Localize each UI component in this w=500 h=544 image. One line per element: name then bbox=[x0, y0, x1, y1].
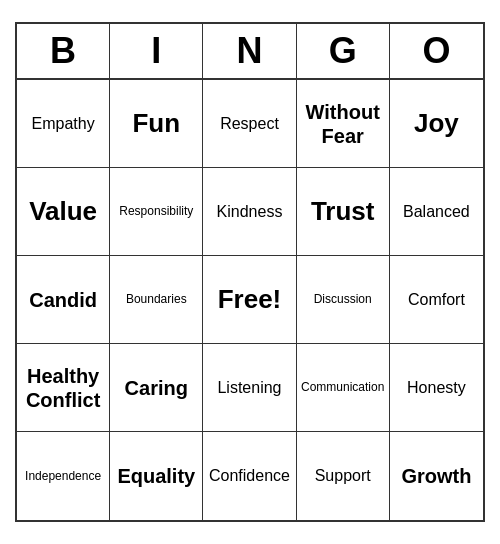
header-letter: G bbox=[297, 24, 390, 78]
bingo-cell[interactable]: Responsibility bbox=[110, 168, 203, 256]
bingo-cell[interactable]: Communication bbox=[297, 344, 390, 432]
bingo-cell[interactable]: Independence bbox=[17, 432, 110, 520]
bingo-cell[interactable]: Healthy Conflict bbox=[17, 344, 110, 432]
bingo-cell[interactable]: Boundaries bbox=[110, 256, 203, 344]
bingo-cell[interactable]: Fun bbox=[110, 80, 203, 168]
bingo-cell[interactable]: Kindness bbox=[203, 168, 296, 256]
bingo-header: BINGO bbox=[17, 24, 483, 80]
header-letter: B bbox=[17, 24, 110, 78]
bingo-cell[interactable]: Caring bbox=[110, 344, 203, 432]
bingo-cell[interactable]: Empathy bbox=[17, 80, 110, 168]
bingo-cell[interactable]: Honesty bbox=[390, 344, 483, 432]
header-letter: I bbox=[110, 24, 203, 78]
bingo-cell[interactable]: Balanced bbox=[390, 168, 483, 256]
bingo-cell[interactable]: Without Fear bbox=[297, 80, 390, 168]
bingo-cell[interactable]: Growth bbox=[390, 432, 483, 520]
bingo-cell[interactable]: Equality bbox=[110, 432, 203, 520]
bingo-grid: EmpathyFunRespectWithout FearJoyValueRes… bbox=[17, 80, 483, 520]
bingo-cell[interactable]: Support bbox=[297, 432, 390, 520]
bingo-cell[interactable]: Respect bbox=[203, 80, 296, 168]
header-letter: O bbox=[390, 24, 483, 78]
bingo-card: BINGO EmpathyFunRespectWithout FearJoyVa… bbox=[15, 22, 485, 522]
bingo-cell[interactable]: Discussion bbox=[297, 256, 390, 344]
bingo-cell[interactable]: Comfort bbox=[390, 256, 483, 344]
bingo-cell[interactable]: Trust bbox=[297, 168, 390, 256]
header-letter: N bbox=[203, 24, 296, 78]
bingo-cell[interactable]: Value bbox=[17, 168, 110, 256]
bingo-cell[interactable]: Candid bbox=[17, 256, 110, 344]
bingo-cell[interactable]: Free! bbox=[203, 256, 296, 344]
bingo-cell[interactable]: Joy bbox=[390, 80, 483, 168]
bingo-cell[interactable]: Confidence bbox=[203, 432, 296, 520]
bingo-cell[interactable]: Listening bbox=[203, 344, 296, 432]
